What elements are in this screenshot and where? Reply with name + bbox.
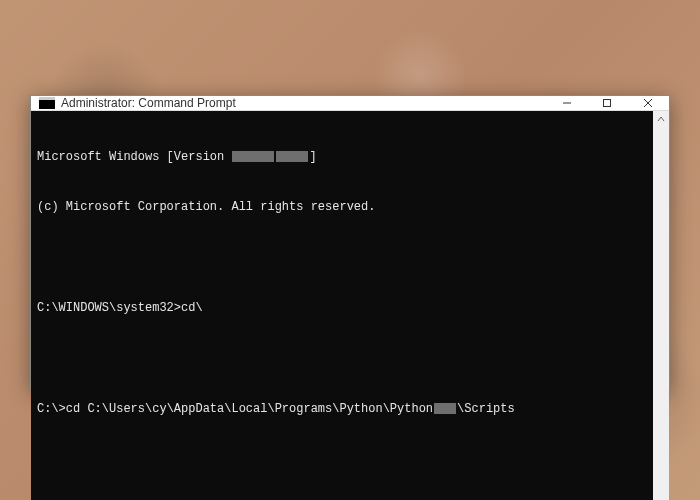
terminal-area[interactable]: Microsoft Windows [Version xxxxxxxx] (c)… [31,111,653,500]
redacted-version-1: xxxxx [232,151,274,162]
titlebar[interactable]: Administrator: Command Prompt [31,96,669,111]
prompt-2: C:\> [37,402,66,416]
cmd-1: cd\ [181,301,203,315]
redacted-version-2: xxx [276,151,308,162]
copyright-line: (c) Microsoft Corporation. All rights re… [37,199,647,216]
banner-line: Microsoft Windows [Version xxxxxxxx] [37,149,647,166]
blank-line [37,350,647,367]
maximize-button[interactable] [587,96,627,110]
window-content: Microsoft Windows [Version xxxxxxxx] (c)… [31,111,669,500]
redacted-pyver-1: xx [434,403,456,414]
close-button[interactable] [627,96,669,110]
scroll-up-arrow[interactable] [653,111,669,127]
cmd-2a: cd C:\Users\cy\AppData\Local\Programs\Py… [66,402,433,416]
cmd-2b: \Scripts [457,402,515,416]
window-controls [547,96,669,110]
blank-line [37,249,647,266]
cmd-line-1: C:\WINDOWS\system32>cd\ [37,300,647,317]
cmd-icon [39,97,55,109]
cmd-line-2: C:\>cd C:\Users\cy\AppData\Local\Program… [37,401,647,418]
prompt-1: C:\WINDOWS\system32> [37,301,181,315]
banner-suffix: ] [309,150,316,164]
svg-rect-1 [604,100,611,107]
cmd-window: Administrator: Command Prompt Microsoft … [30,95,670,390]
scroll-track[interactable] [653,127,669,500]
banner-prefix: Microsoft Windows [Version [37,150,231,164]
window-title: Administrator: Command Prompt [61,96,547,110]
minimize-button[interactable] [547,96,587,110]
blank-line [37,451,647,468]
vertical-scrollbar[interactable] [653,111,669,500]
